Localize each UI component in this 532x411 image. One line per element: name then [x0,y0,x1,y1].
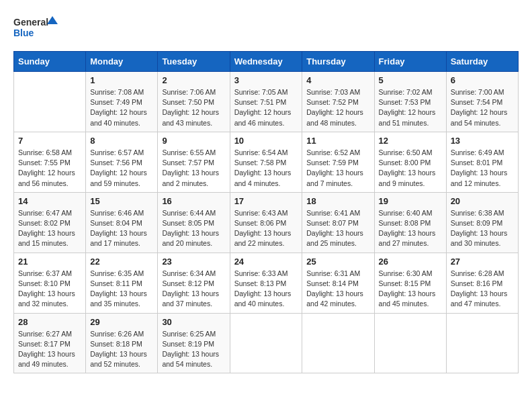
day-info: Sunrise: 6:31 AMSunset: 8:14 PMDaylight:… [306,269,369,310]
day-info: Sunrise: 6:55 AMSunset: 7:57 PMDaylight:… [162,148,225,189]
logo-svg: General Blue [13,13,60,40]
header-saturday: Saturday [446,52,518,72]
day-info: Sunrise: 6:38 AMSunset: 8:09 PMDaylight:… [451,208,514,249]
day-number: 12 [379,136,442,146]
calendar-week-row: 1Sunrise: 7:08 AMSunset: 7:49 PMDaylight… [14,72,519,132]
day-number: 11 [306,136,369,146]
day-info: Sunrise: 6:49 AMSunset: 8:01 PMDaylight:… [451,148,514,189]
calendar-cell: 11Sunrise: 6:52 AMSunset: 7:59 PMDayligh… [302,132,374,192]
day-info: Sunrise: 6:50 AMSunset: 8:00 PMDaylight:… [379,148,442,189]
calendar-cell: 24Sunrise: 6:33 AMSunset: 8:13 PMDayligh… [230,253,302,313]
day-number: 26 [379,257,442,267]
day-number: 1 [90,75,153,85]
day-info: Sunrise: 6:37 AMSunset: 8:10 PMDaylight:… [18,269,81,310]
calendar-cell: 1Sunrise: 7:08 AMSunset: 7:49 PMDaylight… [86,72,158,132]
calendar-cell: 2Sunrise: 7:06 AMSunset: 7:50 PMDaylight… [158,72,230,132]
calendar-cell: 18Sunrise: 6:41 AMSunset: 8:07 PMDayligh… [302,192,374,253]
day-info: Sunrise: 6:43 AMSunset: 8:06 PMDaylight:… [234,208,298,249]
day-info: Sunrise: 7:08 AMSunset: 7:49 PMDaylight:… [90,87,153,128]
day-info: Sunrise: 6:47 AMSunset: 8:02 PMDaylight:… [18,208,81,249]
day-number: 13 [451,136,514,146]
calendar-cell: 29Sunrise: 6:26 AMSunset: 8:18 PMDayligh… [86,313,158,373]
calendar-cell: 15Sunrise: 6:46 AMSunset: 8:04 PMDayligh… [86,192,158,253]
day-number: 10 [234,136,298,146]
header-monday: Monday [86,52,158,72]
day-number: 5 [379,75,442,85]
day-number: 6 [451,75,514,85]
day-info: Sunrise: 6:28 AMSunset: 8:16 PMDaylight:… [451,269,514,310]
day-number: 8 [90,136,153,146]
calendar-cell: 16Sunrise: 6:44 AMSunset: 8:05 PMDayligh… [158,192,230,253]
calendar-cell: 13Sunrise: 6:49 AMSunset: 8:01 PMDayligh… [446,132,518,192]
calendar-cell [230,313,302,373]
day-info: Sunrise: 6:46 AMSunset: 8:04 PMDaylight:… [90,208,153,249]
day-info: Sunrise: 7:02 AMSunset: 7:53 PMDaylight:… [379,87,442,128]
header-wednesday: Wednesday [230,52,302,72]
day-info: Sunrise: 6:44 AMSunset: 8:05 PMDaylight:… [162,208,225,249]
day-info: Sunrise: 6:25 AMSunset: 8:19 PMDaylight:… [162,329,225,370]
calendar-cell: 4Sunrise: 7:03 AMSunset: 7:52 PMDaylight… [302,72,374,132]
day-info: Sunrise: 6:58 AMSunset: 7:55 PMDaylight:… [18,148,81,189]
day-number: 25 [306,257,369,267]
calendar-week-row: 14Sunrise: 6:47 AMSunset: 8:02 PMDayligh… [14,192,519,253]
day-number: 3 [234,75,298,85]
day-number: 19 [379,196,442,206]
header-tuesday: Tuesday [158,52,230,72]
day-number: 7 [18,136,81,146]
calendar-cell: 21Sunrise: 6:37 AMSunset: 8:10 PMDayligh… [14,253,86,313]
header-thursday: Thursday [302,52,374,72]
calendar-week-row: 21Sunrise: 6:37 AMSunset: 8:10 PMDayligh… [14,253,519,313]
day-info: Sunrise: 6:52 AMSunset: 7:59 PMDaylight:… [306,148,369,189]
page-header: General Blue [13,13,519,40]
day-number: 27 [451,257,514,267]
calendar-cell: 25Sunrise: 6:31 AMSunset: 8:14 PMDayligh… [302,253,374,313]
day-number: 22 [90,257,153,267]
calendar-cell: 12Sunrise: 6:50 AMSunset: 8:00 PMDayligh… [374,132,446,192]
day-number: 18 [306,196,369,206]
day-number: 9 [162,136,225,146]
header-friday: Friday [374,52,446,72]
day-number: 28 [18,317,81,327]
day-info: Sunrise: 6:27 AMSunset: 8:17 PMDaylight:… [18,329,81,370]
day-number: 4 [306,75,369,85]
calendar-cell: 5Sunrise: 7:02 AMSunset: 7:53 PMDaylight… [374,72,446,132]
calendar-cell: 23Sunrise: 6:34 AMSunset: 8:12 PMDayligh… [158,253,230,313]
calendar-cell: 14Sunrise: 6:47 AMSunset: 8:02 PMDayligh… [14,192,86,253]
day-number: 29 [90,317,153,327]
calendar-cell: 26Sunrise: 6:30 AMSunset: 8:15 PMDayligh… [374,253,446,313]
header-sunday: Sunday [14,52,86,72]
day-number: 30 [162,317,225,327]
calendar-cell [374,313,446,373]
calendar-cell: 7Sunrise: 6:58 AMSunset: 7:55 PMDaylight… [14,132,86,192]
day-info: Sunrise: 6:30 AMSunset: 8:15 PMDaylight:… [379,269,442,310]
day-number: 20 [451,196,514,206]
calendar-cell: 17Sunrise: 6:43 AMSunset: 8:06 PMDayligh… [230,192,302,253]
day-info: Sunrise: 7:00 AMSunset: 7:54 PMDaylight:… [451,87,514,128]
calendar-cell: 28Sunrise: 6:27 AMSunset: 8:17 PMDayligh… [14,313,86,373]
calendar-cell [446,313,518,373]
calendar-cell: 8Sunrise: 6:57 AMSunset: 7:56 PMDaylight… [86,132,158,192]
calendar-cell: 20Sunrise: 6:38 AMSunset: 8:09 PMDayligh… [446,192,518,253]
calendar-cell: 9Sunrise: 6:55 AMSunset: 7:57 PMDaylight… [158,132,230,192]
svg-text:Blue: Blue [13,28,34,38]
svg-marker-2 [47,16,58,24]
day-info: Sunrise: 6:54 AMSunset: 7:58 PMDaylight:… [234,148,298,189]
calendar-cell: 6Sunrise: 7:00 AMSunset: 7:54 PMDaylight… [446,72,518,132]
day-info: Sunrise: 7:05 AMSunset: 7:51 PMDaylight:… [234,87,298,128]
day-info: Sunrise: 7:06 AMSunset: 7:50 PMDaylight:… [162,87,225,128]
day-number: 24 [234,257,298,267]
calendar-cell: 22Sunrise: 6:35 AMSunset: 8:11 PMDayligh… [86,253,158,313]
calendar-table: SundayMondayTuesdayWednesdayThursdayFrid… [13,51,519,373]
calendar-cell: 30Sunrise: 6:25 AMSunset: 8:19 PMDayligh… [158,313,230,373]
day-info: Sunrise: 6:41 AMSunset: 8:07 PMDaylight:… [306,208,369,249]
calendar-cell: 10Sunrise: 6:54 AMSunset: 7:58 PMDayligh… [230,132,302,192]
calendar-cell: 27Sunrise: 6:28 AMSunset: 8:16 PMDayligh… [446,253,518,313]
calendar-header-row: SundayMondayTuesdayWednesdayThursdayFrid… [14,52,519,72]
logo: General Blue [13,13,60,40]
day-number: 23 [162,257,225,267]
calendar-cell: 19Sunrise: 6:40 AMSunset: 8:08 PMDayligh… [374,192,446,253]
day-number: 15 [90,196,153,206]
svg-text:General: General [13,17,48,28]
day-number: 21 [18,257,81,267]
day-info: Sunrise: 6:35 AMSunset: 8:11 PMDaylight:… [90,269,153,310]
